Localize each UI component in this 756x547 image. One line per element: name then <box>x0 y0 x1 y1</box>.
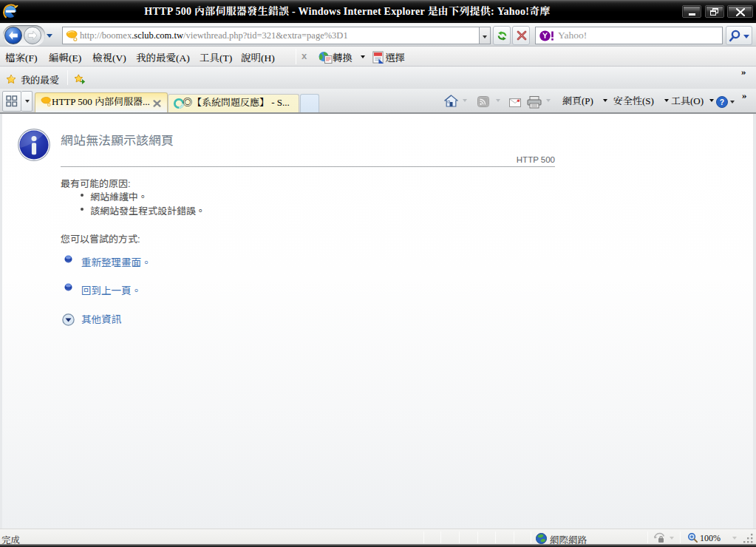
svg-text:?: ? <box>720 98 724 106</box>
